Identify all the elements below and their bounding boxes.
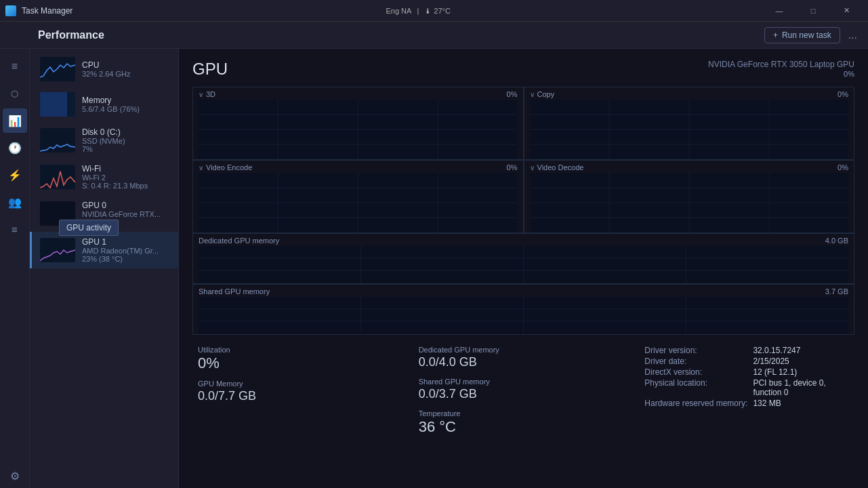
title-bar: Task Manager Eng NA | 🌡 27°C — □ ✕	[0, 0, 868, 22]
hamburger-menu-button[interactable]: ≡	[3, 54, 27, 79]
chart-encode-section: ∨ Video Encode 0%	[192, 160, 524, 233]
shared-value: 3.7 GB	[825, 287, 848, 296]
gpu1-sub: AMD Radeon(TM) Gr...	[82, 247, 170, 255]
sidebar-users-button[interactable]: 👥	[3, 190, 27, 214]
disk-sub: SSD (NVMe)	[82, 137, 170, 145]
chart-3d-pct: 0%	[507, 90, 518, 98]
chart-3d-label: ∨ 3D	[199, 90, 215, 98]
main-content: GPU NVIDIA GeForce RTX 3050 Laptop GPU 0…	[179, 49, 868, 488]
memory-thumb	[40, 92, 75, 117]
device-item-cpu[interactable]: CPU 32% 2.64 GHz	[30, 52, 178, 87]
more-options-button[interactable]: ...	[848, 29, 857, 41]
gpu-model-pct: 0%	[844, 70, 854, 78]
sidebar-details-button[interactable]: ≡	[3, 217, 27, 241]
run-new-task-button[interactable]: + Run new task	[764, 27, 840, 43]
shared-section: Shared GPU memory 3.7 GB	[192, 284, 854, 335]
stats-col3: Driver version: 32.0.15.7247 Driver date…	[634, 346, 854, 435]
dedicated-stat: Dedicated GPU memory 0.0/4.0 GB	[413, 346, 634, 369]
stats-col1: Utilization 0% GPU Memory 0.0/7.7 GB	[192, 346, 413, 435]
gpu0-sub: NVIDIA GeForce RTX...	[82, 210, 170, 218]
gpu1-name: GPU 1	[82, 237, 170, 247]
dedicated-label: Dedicated GPU memory	[199, 237, 279, 245]
minimize-button[interactable]: —	[764, 0, 795, 22]
sidebar-settings-button[interactable]: ⚙	[3, 464, 27, 488]
memory-sub: 5.6/7.4 GB (76%)	[82, 105, 170, 113]
cpu-sub: 32% 2.64 GHz	[82, 70, 170, 78]
memory-name: Memory	[82, 96, 170, 105]
charts-top: ∨ 3D 0%	[192, 87, 854, 160]
sidebar-history-button[interactable]: 🕐	[3, 136, 27, 160]
chart-3d-section: ∨ 3D 0%	[192, 87, 524, 160]
sidebar-startup-button[interactable]: ⚡	[3, 163, 27, 187]
disk-thumb	[40, 128, 75, 152]
chart-copy-area	[530, 100, 849, 159]
shared-stat: Shared GPU memory 0.0/3.7 GB	[413, 378, 634, 401]
sys-info: Eng NA | 🌡 27°C	[386, 7, 450, 15]
gpu1-sub2: 23% (38 °C)	[82, 255, 170, 263]
gpu0-name: GPU 0	[82, 201, 170, 210]
wifi-sub3: S: 0.4 R: 21.3 Mbps	[82, 182, 170, 190]
dedicated-value: 4.0 GB	[825, 237, 848, 245]
chart-encode-area	[199, 173, 518, 232]
run-icon: +	[773, 30, 778, 40]
stats-section: Utilization 0% GPU Memory 0.0/7.7 GB Ded…	[192, 346, 854, 435]
wifi-name: Wi-Fi	[82, 164, 170, 174]
gpu-title: GPU	[192, 60, 228, 79]
shared-chart	[199, 297, 848, 334]
device-item-gpu0[interactable]: GPU 0 NVIDIA GeForce RTX... 0% (36 °C) G…	[30, 195, 178, 232]
chart-decode-pct: 0%	[838, 163, 848, 171]
disk-name: Disk 0 (C:)	[82, 127, 170, 137]
device-item-wifi[interactable]: Wi-Fi Wi-Fi 2 S: 0.4 R: 21.3 Mbps	[30, 159, 178, 195]
chart-decode-section: ∨ Video Decode 0%	[524, 160, 855, 233]
temperature-stat: Temperature 36 °C	[413, 409, 634, 435]
charts-encode-decode: ∨ Video Encode 0%	[192, 160, 854, 233]
disk-sub2: 7%	[82, 145, 170, 153]
utilization-stat: Utilization 0%	[192, 346, 413, 371]
dedicated-section: Dedicated GPU memory 4.0 GB	[192, 233, 854, 284]
cpu-thumb	[40, 57, 75, 81]
gpu-model: NVIDIA GeForce RTX 3050 Laptop GPU	[708, 60, 854, 69]
device-list: CPU 32% 2.64 GHz Memory 5.6/7.4 GB (76%)…	[30, 49, 179, 488]
gpu-memory-stat: GPU Memory 0.0/7.7 GB	[192, 380, 413, 403]
app-body: ≡ ⬡ 📊 🕐 ⚡ 👥 ≡ ⚙ CPU 32% 2.64 GHz	[0, 49, 868, 488]
maximize-button[interactable]: □	[798, 0, 829, 22]
chart-3d-area	[199, 100, 518, 159]
chart-decode-label: ∨ Video Decode	[530, 163, 584, 171]
window-title: Task Manager	[22, 6, 73, 16]
gpu1-thumb	[40, 238, 75, 262]
chart-copy-section: ∨ Copy 0%	[524, 87, 855, 160]
chart-copy-label: ∨ Copy	[530, 90, 555, 98]
device-item-disk[interactable]: Disk 0 (C:) SSD (NVMe) 7%	[30, 122, 178, 159]
sidebar-performance-button[interactable]: 📊	[3, 108, 27, 133]
gpu-header: GPU NVIDIA GeForce RTX 3050 Laptop GPU 0…	[192, 60, 854, 79]
gpu-tooltip: GPU activity	[59, 220, 119, 236]
shared-label: Shared GPU memory	[199, 287, 270, 296]
dedicated-chart	[199, 246, 848, 283]
device-item-gpu1[interactable]: GPU 1 AMD Radeon(TM) Gr... 23% (38 °C)	[30, 232, 178, 268]
device-item-memory[interactable]: Memory 5.6/7.4 GB (76%)	[30, 87, 178, 122]
top-bar: Performance + Run new task ...	[0, 22, 868, 49]
wifi-sub: Wi-Fi 2	[82, 174, 170, 182]
chart-decode-area	[530, 173, 849, 232]
chart-copy-pct: 0%	[838, 90, 848, 98]
app-icon	[5, 5, 16, 16]
wifi-thumb	[40, 165, 75, 189]
sidebar-processes-button[interactable]: ⬡	[3, 81, 27, 106]
info-grid: Driver version: 32.0.15.7247 Driver date…	[644, 346, 854, 408]
page-title: Performance	[38, 29, 104, 41]
stats-col2: Dedicated GPU memory 0.0/4.0 GB Shared G…	[413, 346, 634, 435]
close-button[interactable]: ✕	[831, 0, 863, 22]
chart-encode-pct: 0%	[507, 163, 518, 171]
cpu-name: CPU	[82, 60, 170, 70]
chart-encode-label: ∨ Video Encode	[199, 163, 252, 171]
sidebar-icons: ≡ ⬡ 📊 🕐 ⚡ 👥 ≡ ⚙	[0, 49, 30, 488]
